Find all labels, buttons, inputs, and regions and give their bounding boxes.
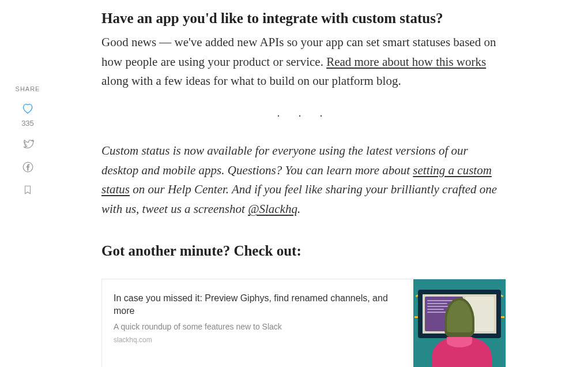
card-thumbnail bbox=[413, 279, 506, 367]
text-span: . bbox=[297, 202, 300, 216]
paragraph-italic: Custom status is now available for every… bbox=[101, 141, 506, 219]
section-heading: Have an app you'd like to integrate with… bbox=[101, 9, 506, 27]
section-divider-dots: . . . bbox=[101, 107, 506, 119]
related-card[interactable]: In case you missed it: Preview Giphys, f… bbox=[101, 279, 506, 367]
share-label: SHARE bbox=[16, 85, 40, 92]
heart-icon[interactable] bbox=[21, 102, 35, 115]
slackhq-link[interactable]: @Slackhq bbox=[248, 202, 297, 216]
share-rail: SHARE 335 bbox=[16, 85, 39, 197]
card-text: In case you missed it: Preview Giphys, f… bbox=[102, 279, 413, 367]
like-control: 335 bbox=[21, 102, 35, 128]
section-heading: Got another minute? Check out: bbox=[101, 242, 506, 260]
text-span: along with a few ideas for what to build… bbox=[101, 74, 401, 88]
facebook-icon[interactable] bbox=[21, 160, 35, 174]
card-subtitle: A quick roundup of some features new to … bbox=[114, 322, 402, 331]
twitter-icon[interactable] bbox=[21, 137, 35, 151]
heart-count: 335 bbox=[21, 119, 34, 128]
bookmark-icon[interactable] bbox=[21, 183, 35, 197]
read-more-link[interactable]: Read more about how this works bbox=[326, 55, 486, 69]
paragraph: Good news — we've added new APIs so your… bbox=[101, 33, 506, 91]
card-domain: slackhq.com bbox=[114, 336, 402, 344]
article-body: Have an app you'd like to integrate with… bbox=[101, 9, 506, 367]
card-title: In case you missed it: Preview Giphys, f… bbox=[114, 292, 402, 318]
